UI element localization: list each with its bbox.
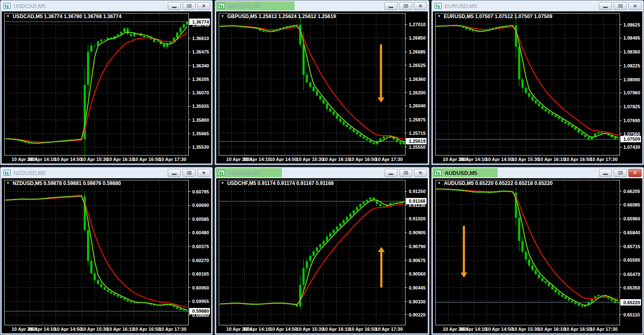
price-axis[interactable]: 1.270101.268501.266851.265251.263601.262… [405, 22, 426, 149]
close-icon: ✕ [419, 4, 422, 8]
close-button[interactable]: ✕ [197, 169, 210, 177]
restore-button[interactable] [182, 2, 196, 10]
window-title-bar[interactable]: NZDUSD,M5 ✕ [0, 167, 212, 178]
chart-canvas[interactable]: 0.662050.660850.659600.658400.657150.655… [433, 178, 642, 333]
ma-slow-line [5, 196, 187, 307]
svg-text:0.66085: 0.66085 [623, 202, 640, 207]
close-button[interactable]: ✕ [414, 2, 427, 10]
restore-icon [187, 171, 191, 174]
svg-text:1.25875: 1.25875 [409, 117, 426, 122]
svg-text:0.60270: 0.60270 [192, 258, 209, 263]
time-axis[interactable]: 10 Apr 202410 Apr 14:1010 Apr 14:5010 Ap… [12, 327, 186, 332]
minimize-button[interactable] [384, 169, 397, 177]
candles [219, 16, 405, 145]
window-title: AUDUSD,M5 [445, 170, 477, 176]
svg-text:0.90675: 0.90675 [409, 258, 426, 263]
window-title-bar[interactable]: GBPUSD,M5 ✕ [215, 0, 429, 11]
svg-text:10 Apr 14:10: 10 Apr 14:10 [459, 157, 487, 162]
svg-text:10 Apr 14:50: 10 Apr 14:50 [270, 157, 297, 162]
price-axis[interactable]: 0.662050.660850.659600.658400.657150.655… [620, 189, 640, 317]
grid [4, 180, 188, 325]
minimize-icon [172, 7, 177, 8]
chart-canvas[interactable]: 0.607950.606900.605850.604800.603750.602… [2, 178, 211, 333]
svg-text:1.26360: 1.26360 [409, 77, 426, 82]
svg-text:10 Apr 14:10: 10 Apr 14:10 [243, 157, 271, 162]
svg-text:10 Apr 16:50: 10 Apr 16:50 [349, 157, 376, 162]
price-axis[interactable]: 1.367451.366101.364751.363401.362051.360… [188, 22, 209, 150]
close-icon: ✕ [202, 4, 206, 8]
close-button[interactable]: ✕ [628, 2, 641, 10]
time-axis[interactable]: 10 Apr 202410 Apr 14:1010 Apr 14:5010 Ap… [226, 157, 402, 162]
minimize-button[interactable] [599, 2, 612, 10]
svg-text:1.26850: 1.26850 [409, 35, 426, 40]
time-axis[interactable]: 10 Apr 202410 Apr 14:1010 Apr 14:5010 Ap… [443, 157, 617, 162]
window-title-bar[interactable]: AUDUSD,M5 ✕ [432, 167, 644, 178]
time-axis[interactable]: 10 Apr 202410 Apr 14:1010 Apr 14:5010 Ap… [226, 327, 402, 332]
svg-text:10 Apr 14:10: 10 Apr 14:10 [28, 157, 56, 162]
price-axis[interactable]: 0.607950.606900.605850.604800.603750.602… [188, 189, 209, 318]
close-button[interactable]: ✕ [414, 169, 427, 177]
svg-text:0.65110: 0.65110 [623, 312, 640, 317]
svg-text:10 Apr 14:50: 10 Apr 14:50 [486, 327, 513, 332]
svg-text:10 Apr 17:30: 10 Apr 17:30 [376, 327, 403, 332]
current-price-label: 1.36774 [189, 19, 210, 25]
svg-text:10 Apr 17:30: 10 Apr 17:30 [590, 157, 617, 162]
svg-text:0.65350: 0.65350 [623, 285, 640, 290]
ma-fast-line [220, 200, 404, 305]
svg-text:1.26200: 1.26200 [409, 90, 426, 95]
svg-text:10 Apr 14:50: 10 Apr 14:50 [54, 157, 82, 162]
chart-window-usdchf: USDCHF,M5 ✕ 0.912500.911350.910200.90905… [215, 167, 429, 335]
close-button[interactable]: ✕ [628, 169, 641, 177]
chart-canvas[interactable]: 0.912500.911350.910200.909050.907900.906… [216, 178, 428, 333]
svg-text:0.65220: 0.65220 [623, 300, 640, 305]
minimize-button[interactable] [168, 169, 181, 177]
svg-text:1.07690: 1.07690 [623, 118, 640, 123]
svg-text:0.91168: 0.91168 [409, 198, 425, 204]
svg-text:10 Apr 16:50: 10 Apr 16:50 [133, 327, 160, 332]
chart-icon [218, 170, 225, 176]
svg-text:10 Apr 17:30: 10 Apr 17:30 [159, 327, 186, 332]
minimize-button[interactable] [384, 2, 397, 10]
price-axis[interactable]: 0.912500.911350.910200.909050.907900.906… [405, 189, 426, 317]
time-axis[interactable]: 10 Apr 202410 Apr 14:1010 Apr 14:5010 Ap… [12, 157, 186, 162]
svg-text:1.07509: 1.07509 [623, 137, 640, 142]
minimize-button[interactable] [599, 169, 612, 177]
restore-button[interactable] [614, 2, 627, 10]
time-axis[interactable]: 10 Apr 202410 Apr 14:1010 Apr 14:5010 Ap… [443, 327, 617, 332]
svg-text:0.90560: 0.90560 [409, 271, 426, 276]
window-title-bar[interactable]: EURUSD,M5 ✕ [432, 0, 644, 11]
candles [436, 13, 620, 141]
svg-text:0.59880: 0.59880 [192, 308, 209, 314]
candles [219, 197, 405, 309]
window-title: EURUSD,M5 [445, 3, 477, 9]
svg-text:10 Apr 16:10: 10 Apr 16:10 [322, 327, 350, 332]
restore-button[interactable] [399, 169, 412, 177]
svg-text:10 Apr 14:50: 10 Apr 14:50 [270, 327, 297, 332]
window-title-bar[interactable]: USDCHF,M5 ✕ [215, 167, 429, 178]
minimize-icon [389, 7, 393, 8]
chart-window-eurusd: EURUSD,M5 ✕ 1.086251.084951.083601.08225… [431, 0, 644, 165]
restore-button[interactable] [399, 2, 412, 10]
price-axis[interactable]: 1.086251.084951.083601.082251.080901.079… [620, 22, 640, 150]
svg-text:0.60165: 0.60165 [192, 271, 209, 276]
chart-canvas[interactable]: 1.086251.084951.083601.082251.080901.079… [433, 11, 642, 163]
restore-button[interactable] [182, 169, 196, 177]
svg-text:0.65960: 0.65960 [623, 216, 640, 221]
svg-text:1.36205: 1.36205 [192, 77, 209, 82]
close-button[interactable]: ✕ [197, 2, 210, 10]
minimize-icon [603, 7, 608, 8]
svg-text:0.60585: 0.60585 [192, 217, 209, 222]
window-title-bar[interactable]: USDCAD,M5 ✕ [0, 0, 212, 11]
window-title: USDCAD,M5 [13, 3, 46, 9]
restore-button[interactable] [614, 169, 627, 177]
chart-canvas[interactable]: 1.367451.366101.364751.363401.362051.360… [2, 11, 211, 163]
current-price-label: 1.07509 [620, 136, 641, 142]
minimize-button[interactable] [168, 2, 181, 10]
svg-text:0.91250: 0.91250 [409, 189, 426, 194]
svg-text:1.36340: 1.36340 [192, 63, 209, 68]
chart-canvas[interactable]: 1.270101.268501.266851.265251.263601.262… [216, 11, 428, 163]
svg-text:0.91020: 0.91020 [409, 216, 426, 221]
svg-text:1.26040: 1.26040 [409, 103, 426, 108]
svg-text:10 Apr 17:30: 10 Apr 17:30 [590, 327, 617, 332]
svg-text:1.36070: 1.36070 [192, 90, 209, 95]
